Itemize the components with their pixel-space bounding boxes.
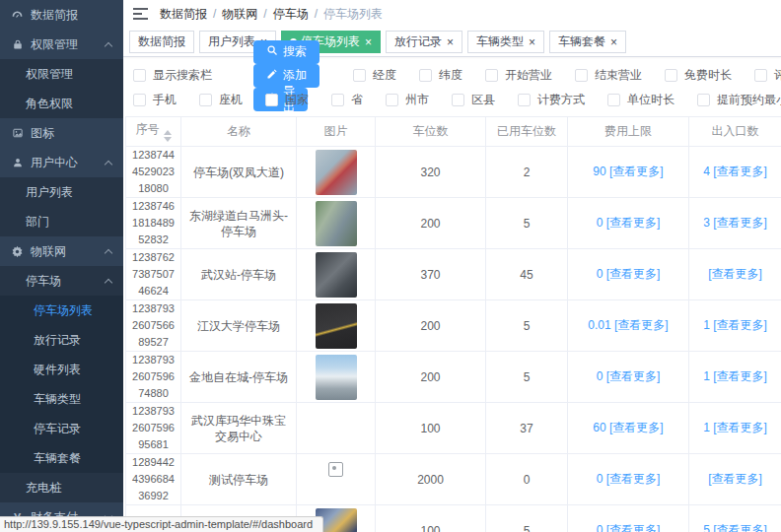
parking-lot-name: 武汉库玛华中珠宝交易中心 [187, 413, 290, 444]
sidebar-item-pass-records[interactable]: 放行记录 [0, 325, 123, 355]
gates-view-more-link[interactable]: 5 [查看更多] [703, 523, 767, 532]
sidebar-item-user-list[interactable]: 用户列表 [0, 177, 123, 207]
sidebar-item-label: 物联网 [31, 243, 66, 260]
gates-view-more-link[interactable]: [查看更多] [708, 267, 762, 281]
cell-fee-limit: 0 [查看更多] [568, 505, 689, 532]
close-icon[interactable]: × [529, 36, 535, 48]
sidebar-item-user-center[interactable]: 用户中心 [0, 148, 123, 177]
checkbox-filter[interactable]: 座机 [199, 92, 243, 108]
tab-label: 用户列表 [208, 33, 255, 50]
used-spaces-value: 0 [524, 473, 531, 487]
fee-view-more-link[interactable]: 0 [查看更多] [597, 216, 661, 230]
sidebar-item-icons-page[interactable]: 图标 [0, 118, 123, 148]
sidebar-item-department[interactable]: 部门 [0, 207, 123, 236]
checkbox-box[interactable] [575, 69, 588, 82]
gates-view-more-link[interactable]: 1 [查看更多] [703, 369, 767, 383]
checkbox-box[interactable] [133, 94, 146, 106]
fee-view-more-link[interactable]: 90 [查看更多] [593, 165, 663, 178]
tab-pass-records[interactable]: 放行记录× [386, 31, 462, 53]
fee-view-more-link[interactable]: 0 [查看更多] [597, 267, 661, 281]
checkbox-box[interactable] [265, 94, 278, 106]
view-more-label: [查看更多] [713, 318, 767, 332]
checkbox-box[interactable] [665, 69, 677, 82]
used-spaces-value: 45 [520, 268, 532, 282]
sidebar-toggle-hamburger-icon[interactable] [133, 8, 148, 20]
cell-gate-count: 1 [查看更多] [689, 403, 781, 454]
sidebar-item-charging-pile[interactable]: 充电桩 [0, 473, 123, 502]
checkbox-filter[interactable]: 区县 [452, 92, 495, 108]
checkbox-box[interactable] [133, 69, 146, 82]
checkbox-box[interactable] [452, 94, 464, 106]
checkbox-filter[interactable]: 提前预约最小时间 [697, 92, 781, 108]
sidebar-item-parking-records[interactable]: 停车记录 [0, 414, 123, 443]
checkbox-filter[interactable]: 纬度 [419, 67, 462, 84]
search-button[interactable]: 搜索 [253, 40, 320, 64]
close-icon[interactable]: × [447, 36, 454, 48]
sidebar-item-label: 图标 [31, 125, 54, 142]
checkbox-filter[interactable]: 评分 [754, 67, 781, 84]
sidebar-item-vehicle-type[interactable]: 车辆类型 [0, 384, 123, 414]
gates-view-more-link[interactable]: 1 [查看更多] [703, 421, 767, 434]
sidebar-item-vehicle-package[interactable]: 车辆套餐 [0, 443, 123, 473]
checkbox-filter[interactable]: 州市 [386, 92, 429, 108]
checkbox-show-search-bar[interactable]: 显示搜索栏 [133, 67, 212, 84]
cell-image [297, 352, 376, 403]
cell-spaces: 320 [376, 147, 486, 198]
fee-view-more-link[interactable]: 0.01 [查看更多] [588, 318, 668, 332]
sort-asc-caret[interactable] [164, 130, 172, 135]
gates-view-more-link[interactable]: [查看更多] [708, 472, 762, 486]
checkbox-box[interactable] [386, 94, 398, 106]
close-icon[interactable]: × [610, 36, 617, 48]
checkbox-box[interactable] [331, 94, 344, 106]
tab-vehicle-type[interactable]: 车辆类型× [467, 31, 544, 53]
gates-view-more-link[interactable]: 4 [查看更多] [703, 165, 767, 178]
cell-fee-limit: 0 [查看更多] [568, 352, 689, 403]
checkbox-filter[interactable]: 计费方式 [518, 92, 585, 108]
view-more-label: [查看更多] [713, 523, 767, 532]
checkbox-filter[interactable]: 结束营业 [575, 67, 642, 84]
breadcrumb-item[interactable]: 数据简报 [160, 6, 207, 23]
tab-vehicle-package[interactable]: 车辆套餐× [549, 31, 626, 53]
checkbox-filter[interactable]: 国家 [265, 92, 309, 108]
checkbox-filter[interactable]: 免费时长 [665, 67, 732, 84]
checkbox-filter[interactable]: 省 [331, 92, 363, 108]
checkbox-filter[interactable]: 手机 [133, 92, 177, 108]
checkbox-filter[interactable]: 单位时长 [607, 92, 674, 108]
fee-view-more-link[interactable]: 0 [查看更多] [597, 472, 661, 486]
sidebar-item-label: 车辆类型 [34, 391, 81, 408]
search-icon [266, 44, 278, 59]
fee-view-more-link[interactable]: 60 [查看更多] [593, 421, 663, 434]
checkbox-box[interactable] [697, 94, 710, 106]
close-icon[interactable]: × [365, 36, 372, 48]
fee-view-more-link[interactable]: 0 [查看更多] [597, 523, 661, 532]
checkbox-box[interactable] [518, 94, 531, 106]
sort-icon[interactable] [164, 130, 172, 142]
checkbox-box[interactable] [199, 94, 212, 106]
table-row: 1238793260759674880金地自在城-停车场20050 [查看更多]… [126, 352, 781, 403]
cell-used-spaces: 5 [486, 198, 568, 249]
gates-view-more-link[interactable]: 1 [查看更多] [703, 318, 767, 332]
sidebar-item-iot[interactable]: 物联网 [0, 236, 123, 266]
checkbox-box[interactable] [485, 69, 498, 82]
sidebar-item-role-perm[interactable]: 角色权限 [0, 89, 123, 118]
fee-view-more-link[interactable]: 0 [查看更多] [597, 369, 661, 383]
tab-data-brief[interactable]: 数据简报 [129, 31, 194, 53]
breadcrumb-item[interactable]: 停车场 [273, 6, 309, 23]
sidebar-item-hardware-list[interactable]: 硬件列表 [0, 355, 123, 384]
breadcrumb-item[interactable]: 物联网 [222, 6, 257, 23]
sidebar-item-parking-lot[interactable]: 停车场 [0, 266, 123, 296]
sidebar-item-perm-mgmt-page[interactable]: 权限管理 [0, 59, 123, 89]
checkbox-box[interactable] [419, 69, 432, 82]
sidebar-item-perm-mgmt[interactable]: 权限管理 [0, 30, 123, 59]
view-more-label: [查看更多] [606, 369, 661, 383]
checkbox-box[interactable] [607, 94, 620, 106]
checkbox-filter[interactable]: 经度 [353, 67, 396, 84]
sidebar-item-data-brief[interactable]: 数据简报 [0, 0, 123, 30]
checkbox-filter[interactable]: 开始营业 [485, 67, 552, 84]
checkbox-box[interactable] [754, 69, 767, 82]
sort-desc-caret[interactable] [164, 137, 172, 142]
sidebar-item-parking-lot-list[interactable]: 停车场列表 [0, 296, 123, 325]
checkbox-box[interactable] [353, 69, 366, 82]
breadcrumb: 数据简报/物联网/停车场/停车场列表 [160, 6, 383, 23]
gates-view-more-link[interactable]: 3 [查看更多] [703, 216, 767, 230]
